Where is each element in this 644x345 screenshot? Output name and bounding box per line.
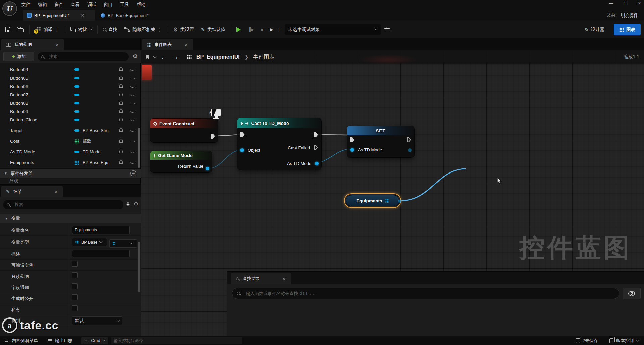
details-search[interactable]	[3, 200, 123, 209]
menu-view[interactable]: 查看	[71, 2, 80, 8]
variable-name-field[interactable]	[72, 226, 130, 234]
private-checkbox[interactable]	[72, 305, 78, 311]
expose-on-spawn-checkbox[interactable]	[72, 294, 78, 300]
class-settings-button[interactable]: ⚙ 类设置	[170, 24, 198, 35]
maximize-icon[interactable]: ▢	[624, 1, 628, 6]
category-dropdown[interactable]: 默认	[72, 316, 122, 325]
settings-gear-icon[interactable]: ⚙	[133, 54, 138, 59]
variable-type-dropdown[interactable]: BP Base	[72, 238, 107, 246]
browse-debug-button[interactable]	[381, 24, 393, 35]
variable-row[interactable]: Button08	[0, 99, 141, 107]
property-matrix-icon[interactable]	[126, 202, 130, 206]
eye-closed-icon[interactable]	[130, 93, 135, 96]
readonly-checkbox[interactable]	[72, 272, 78, 278]
equipments-out-pin[interactable]	[398, 199, 402, 203]
object-pin[interactable]	[240, 148, 244, 152]
graph-mode-button[interactable]: 图表	[614, 24, 641, 35]
compile-button[interactable]: ? 编译 ⋮	[32, 24, 63, 35]
my-blueprint-search[interactable]	[38, 52, 129, 61]
add-dispatcher-icon[interactable]: +	[130, 170, 136, 176]
node-cast-to-td-mode[interactable]: ▶ ➜ Cast To TD_Mode Object Cast Failed A…	[237, 118, 321, 170]
back-arrow-icon[interactable]: ←	[161, 53, 167, 61]
tab-details[interactable]: ✎ 细节 ✕	[1, 186, 63, 197]
menu-file[interactable]: 文件	[21, 2, 31, 8]
eye-closed-icon[interactable]	[130, 110, 135, 113]
diff-button[interactable]: 对比	[67, 24, 95, 35]
content-drawer-button[interactable]: 内容侧滑菜单	[4, 338, 38, 344]
eye-closed-icon[interactable]	[130, 85, 135, 88]
save-button[interactable]	[2, 24, 14, 35]
node-event-construct[interactable]: Event Construct	[150, 119, 218, 142]
browse-asset-button[interactable]	[14, 24, 27, 35]
find-results-input[interactable]	[244, 289, 606, 297]
minimize-icon[interactable]: —	[609, 1, 613, 6]
exec-out-pin[interactable]	[314, 132, 318, 137]
container-type-dropdown[interactable]	[109, 239, 137, 248]
eye-closed-icon[interactable]	[130, 150, 135, 153]
stop-button[interactable]: ■	[257, 24, 267, 35]
menu-window[interactable]: 窗口	[104, 2, 113, 8]
debug-object-dropdown[interactable]: 未选中调试对象	[285, 24, 381, 35]
menu-asset[interactable]: 资产	[54, 2, 63, 8]
menu-help[interactable]: 帮助	[137, 2, 146, 8]
frame-skip-button[interactable]: ▐▶	[244, 24, 257, 35]
hide-unrelated-button[interactable]: 隐藏不相关 ⋮	[121, 24, 166, 35]
variable-row[interactable]: Cost整数	[0, 137, 141, 145]
variable-row[interactable]: TargetBP Base Stru	[0, 126, 141, 134]
variable-row[interactable]: Button07	[0, 91, 141, 99]
node-set-as-td-mode[interactable]: SET As TD Mode	[347, 126, 414, 157]
close-tab-icon[interactable]: ✕	[81, 13, 85, 18]
eye-closed-icon[interactable]	[130, 102, 135, 104]
class-defaults-button[interactable]: ✎ 类默认值	[197, 24, 229, 35]
add-button[interactable]: + 添加	[3, 52, 34, 61]
scrollbar-thumb[interactable]	[138, 128, 140, 168]
menu-tools[interactable]: 工具	[120, 2, 129, 8]
details-search-input[interactable]	[12, 201, 110, 209]
tab-find-results[interactable]: 查找结果 ✕	[231, 273, 291, 284]
find-in-blueprints-button[interactable]	[623, 288, 641, 299]
variable-section-header[interactable]: ▼ 变量	[0, 214, 141, 223]
breadcrumb-current[interactable]: 事件图表	[253, 54, 275, 61]
menu-edit[interactable]: 编辑	[38, 2, 47, 8]
cmd-dropdown[interactable]: >_ Cmd	[81, 337, 108, 344]
close-panel-icon[interactable]: ✕	[282, 276, 286, 281]
tab-my-blueprint[interactable]: 我的蓝图 ✕	[1, 39, 64, 50]
variable-row[interactable]: Button_Close	[0, 116, 141, 124]
as-td-mode-out-pin[interactable]	[315, 162, 319, 165]
details-settings-icon[interactable]: ⚙	[133, 201, 138, 207]
output-log-button[interactable]: 输出日志	[48, 338, 72, 344]
close-panel-icon[interactable]: ✕	[184, 42, 188, 47]
variable-row[interactable]: Button04	[0, 65, 141, 73]
play-button[interactable]	[233, 24, 244, 35]
variable-row[interactable]: Button09	[0, 107, 141, 115]
eye-closed-icon[interactable]	[130, 77, 135, 79]
close-panel-icon[interactable]: ✕	[55, 42, 59, 47]
hide-unrelated-options-icon[interactable]: ⋮	[158, 28, 162, 31]
node-get-game-mode[interactable]: f Get Game Mode Return Value	[150, 151, 212, 172]
unreal-logo-icon[interactable]: U	[2, 1, 18, 17]
eye-closed-icon[interactable]	[130, 140, 135, 142]
tab-bp-equipmentui[interactable]: BP_EquipmentUI* ✕	[23, 10, 95, 21]
event-dispatchers-header[interactable]: ▼ 事件分发器 +	[0, 168, 141, 178]
node-get-equipments[interactable]: Equipments	[344, 193, 401, 208]
return-value-pin[interactable]	[206, 167, 209, 170]
breadcrumb-root[interactable]: BP_EquipmentUI	[196, 54, 240, 60]
eye-closed-icon[interactable]	[130, 161, 135, 164]
designer-mode-button[interactable]: ✎ 设计器	[581, 24, 608, 35]
scrollbar-thumb[interactable]	[138, 242, 140, 292]
variable-row[interactable]: EquipmentsBP Base Equ	[0, 158, 141, 166]
set-output-pin[interactable]	[408, 148, 412, 152]
eye-closed-icon[interactable]	[130, 68, 135, 71]
eye-closed-icon[interactable]	[130, 129, 135, 132]
description-field[interactable]	[72, 250, 130, 257]
exec-out-pin[interactable]	[407, 137, 411, 142]
search-input[interactable]	[47, 53, 117, 61]
field-notify-checkbox[interactable]	[72, 283, 78, 289]
exec-in-pin[interactable]	[350, 137, 354, 142]
exec-out-pin[interactable]	[211, 134, 215, 139]
version-control-button[interactable]: 版本控制	[609, 338, 639, 344]
eject-button[interactable]: ▶	[267, 24, 277, 35]
close-panel-icon[interactable]: ✕	[54, 189, 58, 194]
compile-options-icon[interactable]: ⋮	[55, 28, 59, 31]
tab-bp-baseequipment[interactable]: BP_BaseEquipment*	[97, 10, 156, 21]
